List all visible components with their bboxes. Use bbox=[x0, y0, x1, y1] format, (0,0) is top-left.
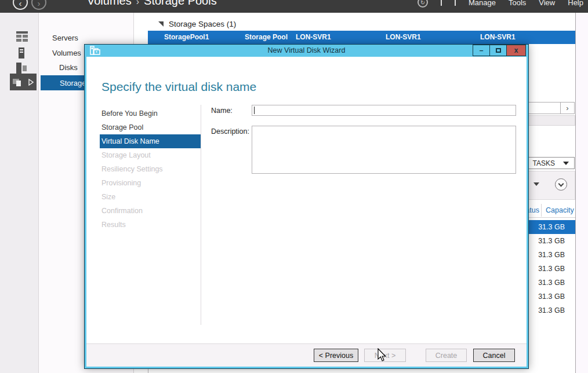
name-field[interactable] bbox=[252, 105, 516, 116]
dashboard-icon[interactable] bbox=[16, 31, 28, 44]
step-before-you-begin[interactable]: Before You Begin bbox=[100, 107, 201, 120]
step-virtual-disk-name[interactable]: Virtual Disk Name bbox=[100, 134, 201, 148]
sidebar-item-disks[interactable]: Disks bbox=[59, 63, 78, 72]
tasks-label: TASKS bbox=[533, 159, 555, 167]
breadcrumb-root[interactable]: Volumes bbox=[87, 0, 132, 7]
sidebar-item-servers[interactable]: Servers bbox=[52, 34, 78, 42]
menu-view[interactable]: View bbox=[539, 0, 555, 7]
pool-server-cell: LON-SVR1 bbox=[386, 33, 421, 41]
dialog-body: Specify the virtual disk name Before You… bbox=[86, 57, 527, 343]
step-confirmation: Confirmation bbox=[100, 204, 201, 218]
breadcrumb-separator: › bbox=[132, 0, 144, 6]
chevron-down-icon bbox=[558, 181, 564, 186]
description-label: Description: bbox=[211, 127, 249, 136]
file-storage-services-icon[interactable] bbox=[10, 74, 37, 90]
chevron-down-icon bbox=[563, 162, 569, 165]
server-manager-window: Servers Volumes Disks Storage Pools Stor… bbox=[0, 0, 588, 373]
cancel-button[interactable]: Cancel bbox=[473, 349, 515, 362]
previous-button[interactable]: < Previous bbox=[314, 349, 358, 362]
storage-pool-row[interactable]: StoragePool1 Storage Pool LON-SVR1 LON-S… bbox=[148, 31, 575, 44]
name-label: Name: bbox=[211, 107, 233, 115]
close-button[interactable]: x bbox=[506, 45, 526, 56]
step-results: Results bbox=[100, 218, 201, 232]
maximize-icon bbox=[496, 48, 501, 53]
dialog-title: New Virtual Disk Wizard bbox=[85, 46, 528, 54]
maximize-button[interactable] bbox=[489, 45, 507, 56]
mouse-cursor bbox=[378, 348, 388, 364]
collapse-section-button[interactable] bbox=[555, 178, 567, 191]
back-button[interactable]: ‹ bbox=[13, 0, 28, 10]
filter-chevron-icon[interactable] bbox=[533, 182, 539, 186]
collapse-triangle-icon bbox=[158, 21, 164, 27]
step-storage-layout: Storage Layout bbox=[100, 148, 201, 162]
create-button[interactable]: Create bbox=[426, 349, 467, 362]
step-provisioning: Provisioning bbox=[100, 176, 201, 190]
forward-button[interactable]: › bbox=[31, 0, 46, 10]
flyout-arrow-icon bbox=[28, 79, 34, 86]
pool-name-cell: StoragePool1 bbox=[164, 33, 209, 41]
pool-type-cell: Storage Pool bbox=[245, 33, 288, 41]
pool-server-cell: LON-SVR1 bbox=[480, 33, 516, 41]
column-separator bbox=[541, 204, 542, 217]
breadcrumb: Volumes›Storage Pools bbox=[87, 0, 217, 8]
dialog-footer: < Previous Next > Create Cancel bbox=[86, 343, 527, 367]
text-caret bbox=[254, 107, 255, 114]
new-virtual-disk-wizard-dialog: New Virtual Disk Wizard – x Specify the … bbox=[84, 44, 529, 369]
sidebar-item-volumes[interactable]: Volumes bbox=[52, 49, 81, 57]
menu-help[interactable]: Help bbox=[568, 0, 583, 7]
menu-manage[interactable]: Manage bbox=[469, 0, 496, 7]
storage-spaces-group-header[interactable]: Storage Spaces (1) bbox=[148, 17, 575, 31]
dialog-title-bar[interactable]: New Virtual Disk Wizard – x bbox=[85, 45, 528, 57]
right-margin bbox=[576, 13, 588, 373]
step-size: Size bbox=[100, 190, 201, 204]
search-go-button[interactable]: › bbox=[560, 103, 574, 114]
refresh-icon[interactable]: ↻ bbox=[418, 0, 428, 8]
pool-server-cell: LON-SVR1 bbox=[296, 33, 331, 41]
minimize-button[interactable]: – bbox=[473, 45, 490, 56]
local-server-icon[interactable] bbox=[19, 47, 24, 61]
group-label: Storage Spaces (1) bbox=[169, 20, 236, 28]
menu-tools[interactable]: Tools bbox=[509, 0, 526, 7]
breadcrumb-current: Storage Pools bbox=[144, 0, 217, 7]
step-resiliency-settings: Resiliency Settings bbox=[100, 162, 201, 176]
description-field[interactable] bbox=[252, 126, 516, 174]
wizard-steps: Before You Begin Storage Pool Virtual Di… bbox=[100, 107, 201, 232]
notification-flag-icon[interactable] bbox=[441, 0, 442, 6]
title-bar: ‹ › Volumes›Storage Pools ↻ Manage Tools… bbox=[0, 0, 588, 13]
capacity-column-header[interactable]: Capacity bbox=[546, 206, 574, 214]
step-storage-pool[interactable]: Storage Pool bbox=[100, 120, 201, 134]
manageability-flag-icon[interactable] bbox=[455, 0, 456, 6]
divider bbox=[201, 105, 201, 325]
page-title: Specify the virtual disk name bbox=[101, 80, 256, 94]
